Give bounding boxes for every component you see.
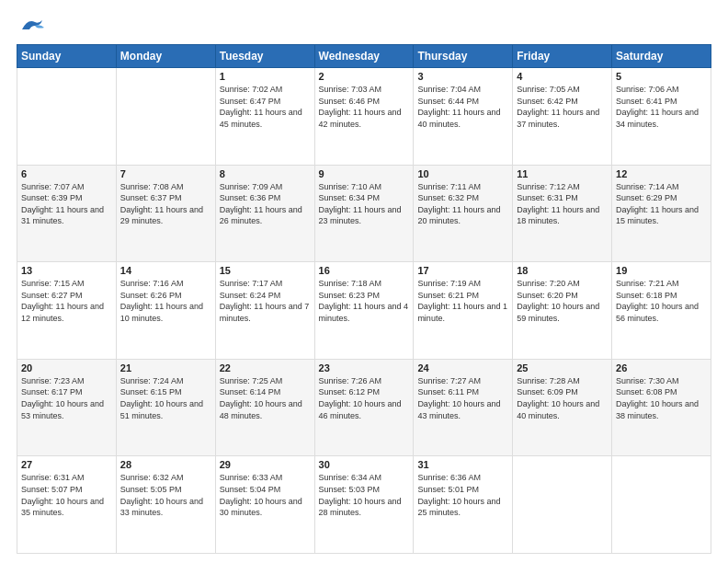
day-number: 13 xyxy=(21,265,112,276)
day-info: Sunrise: 7:17 AMSunset: 6:24 PMDaylight:… xyxy=(220,278,311,324)
weekday-header-tuesday: Tuesday xyxy=(215,45,314,68)
weekday-header-thursday: Thursday xyxy=(414,45,513,68)
day-number: 9 xyxy=(319,168,410,179)
day-info: Sunrise: 7:08 AMSunset: 6:37 PMDaylight:… xyxy=(120,181,211,227)
calendar-cell: 13Sunrise: 7:15 AMSunset: 6:27 PMDayligh… xyxy=(17,262,117,360)
week-row-1: 1Sunrise: 7:02 AMSunset: 6:47 PMDaylight… xyxy=(17,68,711,166)
day-info: Sunrise: 7:02 AMSunset: 6:47 PMDaylight:… xyxy=(220,84,311,130)
day-number: 14 xyxy=(120,265,211,276)
day-info: Sunrise: 7:07 AMSunset: 6:39 PMDaylight:… xyxy=(21,181,112,227)
calendar-cell: 15Sunrise: 7:17 AMSunset: 6:24 PMDayligh… xyxy=(215,262,314,360)
calendar-cell: 9Sunrise: 7:10 AMSunset: 6:34 PMDaylight… xyxy=(314,165,414,262)
day-info: Sunrise: 7:23 AMSunset: 6:17 PMDaylight:… xyxy=(21,375,112,421)
day-info: Sunrise: 7:12 AMSunset: 6:31 PMDaylight:… xyxy=(517,181,608,227)
weekday-header-row: SundayMondayTuesdayWednesdayThursdayFrid… xyxy=(17,45,711,68)
day-number: 2 xyxy=(319,71,410,82)
calendar-cell: 7Sunrise: 7:08 AMSunset: 6:37 PMDaylight… xyxy=(116,165,215,262)
day-number: 30 xyxy=(319,459,410,470)
week-row-3: 13Sunrise: 7:15 AMSunset: 6:27 PMDayligh… xyxy=(17,262,711,360)
day-info: Sunrise: 7:19 AMSunset: 6:21 PMDaylight:… xyxy=(417,278,508,324)
day-number: 29 xyxy=(220,459,311,470)
day-number: 19 xyxy=(616,265,707,276)
calendar-cell: 25Sunrise: 7:28 AMSunset: 6:09 PMDayligh… xyxy=(513,359,612,456)
day-number: 11 xyxy=(517,168,608,179)
calendar-cell: 23Sunrise: 7:26 AMSunset: 6:12 PMDayligh… xyxy=(314,359,414,456)
page: SundayMondayTuesdayWednesdayThursdayFrid… xyxy=(0,0,728,563)
day-number: 27 xyxy=(21,459,112,470)
day-info: Sunrise: 7:24 AMSunset: 6:15 PMDaylight:… xyxy=(120,375,211,421)
day-number: 22 xyxy=(220,362,311,373)
weekday-header-sunday: Sunday xyxy=(17,45,117,68)
day-number: 3 xyxy=(417,71,508,82)
day-number: 25 xyxy=(517,362,608,373)
calendar-cell xyxy=(612,456,711,554)
day-number: 10 xyxy=(417,168,508,179)
calendar-cell: 26Sunrise: 7:30 AMSunset: 6:08 PMDayligh… xyxy=(612,359,711,456)
calendar-cell: 4Sunrise: 7:05 AMSunset: 6:42 PMDaylight… xyxy=(513,68,612,166)
day-number: 23 xyxy=(319,362,410,373)
calendar-cell xyxy=(17,68,117,166)
day-number: 1 xyxy=(220,71,311,82)
day-info: Sunrise: 7:26 AMSunset: 6:12 PMDaylight:… xyxy=(319,375,410,421)
day-number: 31 xyxy=(417,459,508,470)
day-info: Sunrise: 7:04 AMSunset: 6:44 PMDaylight:… xyxy=(417,84,508,130)
day-info: Sunrise: 7:06 AMSunset: 6:41 PMDaylight:… xyxy=(616,84,707,130)
calendar-cell: 16Sunrise: 7:18 AMSunset: 6:23 PMDayligh… xyxy=(314,262,414,360)
day-info: Sunrise: 7:03 AMSunset: 6:46 PMDaylight:… xyxy=(319,84,410,130)
calendar-cell: 5Sunrise: 7:06 AMSunset: 6:41 PMDaylight… xyxy=(612,68,711,166)
calendar-cell: 22Sunrise: 7:25 AMSunset: 6:14 PMDayligh… xyxy=(215,359,314,456)
calendar-cell: 1Sunrise: 7:02 AMSunset: 6:47 PMDaylight… xyxy=(215,68,314,166)
logo-bird-icon xyxy=(20,17,46,35)
day-number: 20 xyxy=(21,362,112,373)
day-number: 16 xyxy=(319,265,410,276)
calendar-cell: 20Sunrise: 7:23 AMSunset: 6:17 PMDayligh… xyxy=(17,359,117,456)
day-number: 7 xyxy=(120,168,211,179)
calendar-cell xyxy=(513,456,612,554)
calendar-cell xyxy=(116,68,215,166)
calendar-cell: 30Sunrise: 6:34 AMSunset: 5:03 PMDayligh… xyxy=(314,456,414,554)
day-info: Sunrise: 7:20 AMSunset: 6:20 PMDaylight:… xyxy=(517,278,608,324)
day-number: 4 xyxy=(517,71,608,82)
weekday-header-friday: Friday xyxy=(513,45,612,68)
calendar-cell: 11Sunrise: 7:12 AMSunset: 6:31 PMDayligh… xyxy=(513,165,612,262)
day-info: Sunrise: 7:28 AMSunset: 6:09 PMDaylight:… xyxy=(517,375,608,421)
calendar-cell: 3Sunrise: 7:04 AMSunset: 6:44 PMDaylight… xyxy=(414,68,513,166)
week-row-5: 27Sunrise: 6:31 AMSunset: 5:07 PMDayligh… xyxy=(17,456,711,554)
weekday-header-wednesday: Wednesday xyxy=(314,45,414,68)
weekday-header-saturday: Saturday xyxy=(612,45,711,68)
day-info: Sunrise: 6:31 AMSunset: 5:07 PMDaylight:… xyxy=(21,472,112,518)
day-info: Sunrise: 6:34 AMSunset: 5:03 PMDaylight:… xyxy=(319,472,410,518)
day-info: Sunrise: 7:18 AMSunset: 6:23 PMDaylight:… xyxy=(319,278,410,324)
day-info: Sunrise: 7:10 AMSunset: 6:34 PMDaylight:… xyxy=(319,181,410,227)
day-number: 12 xyxy=(616,168,707,179)
calendar-cell: 27Sunrise: 6:31 AMSunset: 5:07 PMDayligh… xyxy=(17,456,117,554)
calendar-cell: 31Sunrise: 6:36 AMSunset: 5:01 PMDayligh… xyxy=(414,456,513,554)
day-info: Sunrise: 7:11 AMSunset: 6:32 PMDaylight:… xyxy=(417,181,508,227)
calendar-cell: 2Sunrise: 7:03 AMSunset: 6:46 PMDaylight… xyxy=(314,68,414,166)
calendar-cell: 19Sunrise: 7:21 AMSunset: 6:18 PMDayligh… xyxy=(612,262,711,360)
day-number: 24 xyxy=(417,362,508,373)
day-number: 17 xyxy=(417,265,508,276)
day-number: 5 xyxy=(616,71,707,82)
calendar-table: SundayMondayTuesdayWednesdayThursdayFrid… xyxy=(17,44,711,554)
day-number: 6 xyxy=(21,168,112,179)
day-info: Sunrise: 7:21 AMSunset: 6:18 PMDaylight:… xyxy=(616,278,707,324)
weekday-header-monday: Monday xyxy=(116,45,215,68)
calendar-cell: 14Sunrise: 7:16 AMSunset: 6:26 PMDayligh… xyxy=(116,262,215,360)
calendar-cell: 24Sunrise: 7:27 AMSunset: 6:11 PMDayligh… xyxy=(414,359,513,456)
calendar-cell: 29Sunrise: 6:33 AMSunset: 5:04 PMDayligh… xyxy=(215,456,314,554)
calendar-cell: 17Sunrise: 7:19 AMSunset: 6:21 PMDayligh… xyxy=(414,262,513,360)
day-number: 18 xyxy=(517,265,608,276)
day-number: 21 xyxy=(120,362,211,373)
day-info: Sunrise: 7:14 AMSunset: 6:29 PMDaylight:… xyxy=(616,181,707,227)
week-row-2: 6Sunrise: 7:07 AMSunset: 6:39 PMDaylight… xyxy=(17,165,711,262)
day-info: Sunrise: 6:36 AMSunset: 5:01 PMDaylight:… xyxy=(417,472,508,518)
day-info: Sunrise: 7:25 AMSunset: 6:14 PMDaylight:… xyxy=(220,375,311,421)
day-info: Sunrise: 7:16 AMSunset: 6:26 PMDaylight:… xyxy=(120,278,211,324)
calendar-cell: 6Sunrise: 7:07 AMSunset: 6:39 PMDaylight… xyxy=(17,165,117,262)
day-info: Sunrise: 7:05 AMSunset: 6:42 PMDaylight:… xyxy=(517,84,608,130)
day-number: 15 xyxy=(220,265,311,276)
day-info: Sunrise: 7:30 AMSunset: 6:08 PMDaylight:… xyxy=(616,375,707,421)
week-row-4: 20Sunrise: 7:23 AMSunset: 6:17 PMDayligh… xyxy=(17,359,711,456)
calendar-cell: 18Sunrise: 7:20 AMSunset: 6:20 PMDayligh… xyxy=(513,262,612,360)
